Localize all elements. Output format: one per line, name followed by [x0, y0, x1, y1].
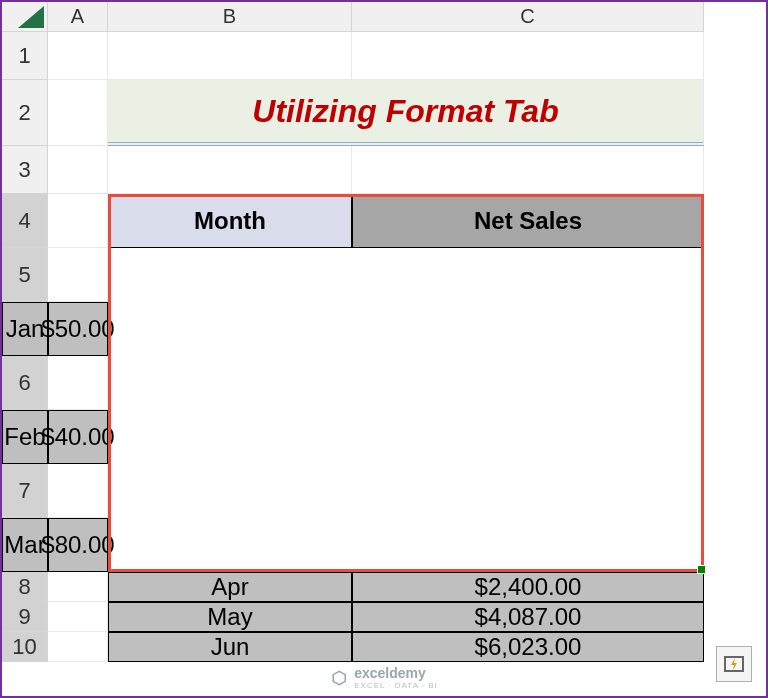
cell-a8[interactable]: [48, 572, 108, 602]
spreadsheet-grid: A B C 1 2 Utilizing Format Tab 3 4 Month…: [2, 2, 766, 662]
cell-sales-0[interactable]: $50.00: [48, 302, 108, 356]
cell-c3[interactable]: [352, 146, 704, 194]
cell-a4[interactable]: [48, 194, 108, 248]
cell-a10[interactable]: [48, 632, 108, 662]
select-all-corner[interactable]: [2, 2, 48, 32]
cube-icon: [330, 669, 348, 687]
title-cell[interactable]: Utilizing Format Tab: [108, 80, 704, 146]
row-header-3[interactable]: 3: [2, 146, 48, 194]
cell-sales-5[interactable]: $6,023.00: [352, 632, 704, 662]
watermark: exceldemy EXCEL · DATA · BI: [330, 665, 438, 690]
cell-b1[interactable]: [108, 32, 352, 80]
row-header-10[interactable]: 10: [2, 632, 48, 662]
cell-sales-3[interactable]: $2,400.00: [352, 572, 704, 602]
cell-a3[interactable]: [48, 146, 108, 194]
cell-sales-2[interactable]: $80.00: [48, 518, 108, 572]
cell-month-5[interactable]: Jun: [108, 632, 352, 662]
header-netsales[interactable]: Net Sales: [352, 194, 704, 248]
watermark-tagline: EXCEL · DATA · BI: [354, 681, 438, 690]
header-month[interactable]: Month: [108, 194, 352, 248]
cell-sales-1[interactable]: $40.00: [48, 410, 108, 464]
watermark-brand: exceldemy: [354, 665, 426, 681]
row-header-9[interactable]: 9: [2, 602, 48, 632]
cell-sales-4[interactable]: $4,087.00: [352, 602, 704, 632]
cell-a5[interactable]: [48, 248, 108, 302]
row-header-7[interactable]: 7: [2, 464, 48, 518]
cell-a7[interactable]: [48, 464, 108, 518]
cell-a2[interactable]: [48, 80, 108, 146]
row-header-2[interactable]: 2: [2, 80, 48, 146]
cell-month-3[interactable]: Apr: [108, 572, 352, 602]
col-header-c[interactable]: C: [352, 2, 704, 32]
cell-a9[interactable]: [48, 602, 108, 632]
row-header-6[interactable]: 6: [2, 356, 48, 410]
row-header-1[interactable]: 1: [2, 32, 48, 80]
cell-b3[interactable]: [108, 146, 352, 194]
quick-analysis-button[interactable]: [716, 646, 752, 682]
row-header-8[interactable]: 8: [2, 572, 48, 602]
quick-analysis-icon: [722, 652, 746, 676]
row-header-5[interactable]: 5: [2, 248, 48, 302]
selection-outline: [108, 194, 704, 572]
cell-a6[interactable]: [48, 356, 108, 410]
cell-month-4[interactable]: May: [108, 602, 352, 632]
col-header-b[interactable]: B: [108, 2, 352, 32]
row-header-4[interactable]: 4: [2, 194, 48, 248]
cell-a1[interactable]: [48, 32, 108, 80]
cell-c1[interactable]: [352, 32, 704, 80]
col-header-a[interactable]: A: [48, 2, 108, 32]
